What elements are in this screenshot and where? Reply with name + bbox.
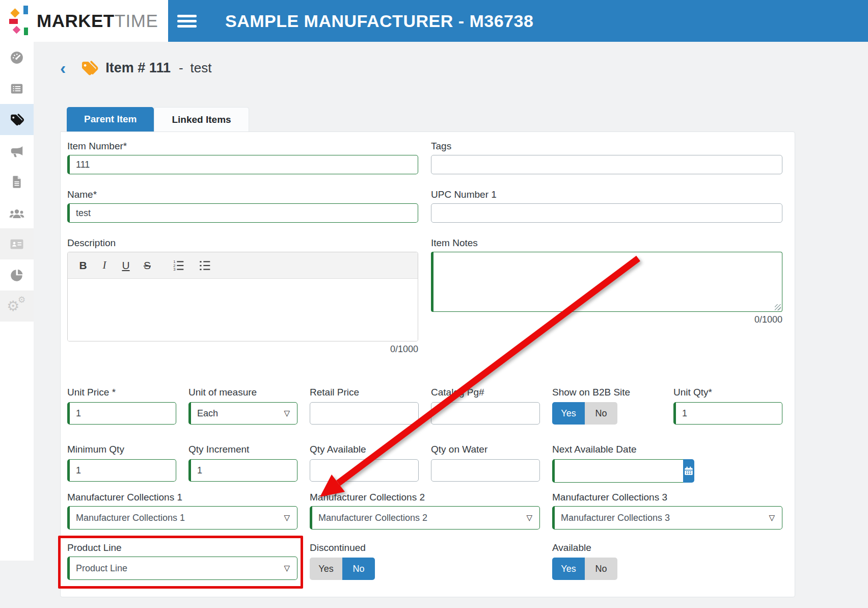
megaphone-icon	[9, 143, 24, 158]
form-left-column: Item Number* Name* Description B I	[67, 141, 418, 355]
minimum-qty-input[interactable]	[67, 459, 176, 482]
chevron-down-icon: ▽	[526, 513, 532, 522]
resize-handle[interactable]	[775, 304, 781, 310]
item-notes-char-counter: 0/1000	[431, 314, 782, 326]
breadcrumb: ‹ Item # 111 - test	[60, 56, 868, 80]
catalog-pg-field: Catalog Pg#	[431, 387, 540, 425]
qty-increment-input[interactable]	[188, 459, 297, 482]
contact-card-icon	[9, 236, 24, 252]
name-field: Name*	[67, 189, 418, 223]
tab-bar: Parent Item Linked Items	[67, 107, 868, 131]
available-label: Available	[552, 542, 782, 553]
sidebar-item-lists[interactable]	[0, 73, 34, 104]
unit-price-input[interactable]	[67, 402, 176, 425]
breadcrumb-separator: -	[179, 60, 183, 76]
available-toggle: Yes No	[552, 558, 617, 580]
product-line-field: Product Line Product Line ▽	[67, 536, 297, 589]
manufacturer-collections-1-field: Manufacturer Collections 1 Manufacturer …	[67, 492, 297, 530]
minimum-qty-field: Minimum Qty	[67, 444, 176, 483]
next-available-date-field: Next Available Date	[552, 444, 782, 483]
manufacturer-collections-3-field: Manufacturer Collections 3 Manufacturer …	[552, 492, 782, 530]
header-bar: SAMPLE MANUFACTURER - M36738	[168, 0, 868, 42]
unit-price-label: Unit Price *	[67, 387, 176, 398]
unit-qty-input[interactable]	[673, 402, 782, 425]
main-content: ‹ Item # 111 - test Parent Item Linked I…	[34, 42, 868, 608]
strikethrough-button[interactable]: S	[143, 259, 151, 272]
sidebar-item-customers[interactable]	[0, 197, 34, 228]
item-form-card: Item Number* Name* Description B I	[60, 131, 795, 597]
calendar-button[interactable]	[683, 459, 694, 483]
hamburger-menu-icon[interactable]	[177, 12, 197, 30]
tab-linked-items[interactable]: Linked Items	[154, 107, 249, 131]
item-notes-label: Item Notes	[431, 237, 782, 249]
sidebar-item-items[interactable]	[0, 104, 34, 135]
logo: MARKETTIME	[0, 0, 168, 42]
qty-on-water-input[interactable]	[431, 459, 540, 482]
catalog-pg-label: Catalog Pg#	[431, 387, 540, 398]
italic-button[interactable]: I	[100, 259, 108, 272]
ordered-list-button[interactable]: 1 2 3	[172, 259, 185, 272]
show-on-b2b-field: Show on B2B Site Yes No	[552, 387, 661, 425]
bold-button[interactable]: B	[79, 259, 87, 272]
upc-field: UPC Number 1	[431, 189, 782, 223]
discontinued-field: Discontinued Yes No	[310, 536, 540, 589]
svg-text:3: 3	[173, 267, 175, 272]
manufacturer-collections-1-select[interactable]: Manufacturer Collections 1 ▽	[67, 506, 297, 530]
name-input[interactable]	[67, 203, 418, 223]
settings-icon: ⚙ ⚙	[7, 296, 27, 316]
manufacturer-collections-3-select[interactable]: Manufacturer Collections 3 ▽	[552, 506, 782, 530]
sidebar-item-dashboard[interactable]	[0, 42, 34, 73]
catalog-pg-input[interactable]	[431, 402, 540, 425]
product-line-select[interactable]: Product Line ▽	[67, 557, 297, 580]
description-input[interactable]	[68, 279, 418, 341]
item-notes-input[interactable]	[431, 252, 782, 312]
unit-of-measure-select[interactable]: Each ▽	[188, 402, 297, 425]
discontinued-yes-button[interactable]: Yes	[310, 558, 342, 580]
manufacturer-collections-2-select[interactable]: Manufacturer Collections 2 ▽	[310, 506, 540, 530]
back-chevron-icon[interactable]: ‹	[60, 59, 66, 76]
available-yes-button[interactable]: Yes	[552, 558, 585, 580]
page-title: SAMPLE MANUFACTURER - M36738	[225, 11, 533, 31]
tags-icon	[9, 112, 25, 127]
discontinued-label: Discontinued	[310, 542, 540, 553]
tags-field: Tags	[431, 141, 782, 174]
unordered-list-button[interactable]	[198, 259, 211, 272]
tags-label: Tags	[431, 141, 782, 152]
sidebar: ⚙ ⚙	[0, 42, 34, 561]
manufacturer-collections-2-field: Manufacturer Collections 2 Manufacturer …	[310, 492, 540, 530]
unit-qty-label: Unit Qty*	[673, 387, 782, 398]
qty-available-input[interactable]	[310, 459, 419, 482]
retail-price-input[interactable]	[310, 402, 419, 425]
show-on-b2b-yes-button[interactable]: Yes	[552, 402, 585, 425]
underline-button[interactable]: U	[122, 259, 130, 272]
show-on-b2b-no-button[interactable]: No	[585, 402, 617, 425]
sidebar-item-contacts[interactable]	[0, 228, 34, 259]
tab-parent-item[interactable]: Parent Item	[67, 107, 154, 131]
item-name-title: test	[191, 60, 212, 76]
discontinued-no-button[interactable]: No	[342, 558, 375, 580]
pie-chart-icon	[9, 268, 24, 283]
item-number-input[interactable]	[67, 155, 418, 174]
sidebar-item-marketing[interactable]	[0, 135, 34, 166]
qty-on-water-field: Qty on Water	[431, 444, 540, 483]
name-label: Name*	[67, 189, 418, 200]
available-no-button[interactable]: No	[585, 558, 617, 580]
item-number-field: Item Number*	[67, 141, 418, 174]
manufacturer-collections-1-label: Manufacturer Collections 1	[67, 492, 297, 503]
logo-text: MARKETTIME	[37, 11, 158, 31]
description-field: Description B I U S	[67, 237, 418, 355]
next-available-date-input[interactable]	[552, 459, 683, 483]
qty-increment-field: Qty Increment	[188, 444, 297, 483]
available-field: Available Yes No	[552, 536, 782, 589]
sidebar-item-settings[interactable]: ⚙ ⚙	[0, 290, 34, 322]
dashboard-icon	[9, 50, 24, 65]
description-editor: B I U S 1 2 3	[67, 252, 418, 341]
sidebar-item-documents[interactable]	[0, 166, 34, 197]
item-number-label: Item Number*	[67, 141, 418, 152]
product-line-label: Product Line	[67, 542, 297, 553]
upc-input[interactable]	[431, 203, 782, 223]
tags-input[interactable]	[431, 155, 782, 174]
qty-on-water-label: Qty on Water	[431, 444, 540, 455]
sidebar-item-reports[interactable]	[0, 259, 34, 290]
highlight-box: Product Line Product Line ▽	[58, 536, 303, 589]
